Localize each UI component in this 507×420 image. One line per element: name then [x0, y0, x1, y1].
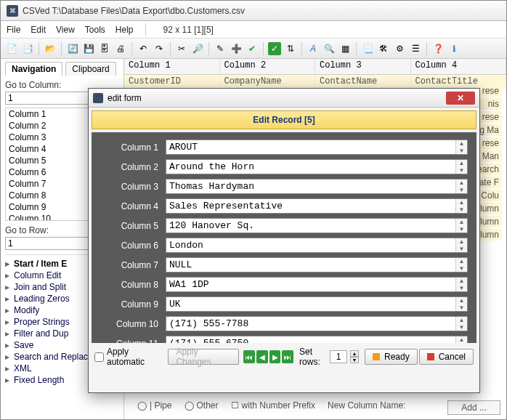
- opt-pipe[interactable]: ◯ | Pipe: [137, 400, 171, 411]
- spin-up-icon[interactable]: ▲: [456, 238, 467, 246]
- spin-down-icon[interactable]: ▼: [456, 285, 467, 292]
- apply-changes-button[interactable]: Apply Changes: [168, 349, 239, 365]
- gear-icon[interactable]: ⚙: [393, 42, 406, 55]
- spin-down-icon[interactable]: ▼: [456, 246, 467, 253]
- menu-help[interactable]: Help: [115, 25, 134, 35]
- edit-icon[interactable]: ✎: [214, 42, 227, 55]
- grid-cell[interactable]: CustomerID: [124, 75, 220, 89]
- grid-header-cell[interactable]: Column 2: [220, 59, 316, 74]
- field-spinner: ▲▼: [455, 238, 467, 252]
- field-input[interactable]: [166, 179, 455, 193]
- add-button[interactable]: Add ...: [447, 400, 500, 415]
- seek-icon[interactable]: 🔎: [191, 42, 204, 55]
- tab-clipboard[interactable]: Clipboard: [65, 62, 115, 76]
- grid-cell[interactable]: CompanyName: [220, 75, 316, 89]
- field-spinner: ▲▼: [455, 160, 467, 174]
- ok-icon[interactable]: ✓: [268, 42, 281, 55]
- menu-file[interactable]: File: [7, 25, 20, 35]
- spin-down-icon[interactable]: ▼: [456, 265, 467, 272]
- field-label: Column 4: [100, 201, 158, 211]
- spin-up-icon[interactable]: ▲: [456, 258, 467, 265]
- redo-icon[interactable]: ↷: [153, 42, 166, 55]
- field-input[interactable]: [166, 297, 455, 311]
- grid-icon[interactable]: ▦: [338, 42, 352, 55]
- setrows-down-icon[interactable]: ▼: [350, 357, 359, 363]
- spin-up-icon[interactable]: ▲: [456, 278, 467, 285]
- spin-down-icon[interactable]: ▼: [456, 206, 467, 214]
- cut-icon[interactable]: ✂: [175, 42, 188, 55]
- spin-up-icon[interactable]: ▲: [456, 199, 467, 206]
- check-icon[interactable]: ✔: [246, 42, 259, 55]
- saveall-icon[interactable]: 🗄: [98, 42, 111, 55]
- spin-down-icon[interactable]: ▼: [456, 148, 467, 155]
- field-input[interactable]: [166, 278, 455, 291]
- doc-icon[interactable]: 📃: [361, 42, 374, 55]
- menu-view[interactable]: View: [56, 25, 75, 35]
- setrows-up-icon[interactable]: ▲: [350, 350, 359, 357]
- field-input[interactable]: [166, 258, 455, 272]
- add-icon[interactable]: ➕: [230, 42, 243, 55]
- field-input[interactable]: [166, 336, 455, 343]
- cancel-button[interactable]: Cancel: [419, 349, 474, 365]
- grid-cell[interactable]: ContactName: [315, 75, 411, 89]
- nav-first-icon[interactable]: ⏮: [243, 350, 255, 363]
- spin-up-icon[interactable]: ▲: [456, 317, 467, 324]
- list-icon[interactable]: ☰: [409, 42, 422, 55]
- menu-tools[interactable]: Tools: [85, 25, 105, 35]
- opt-other[interactable]: ◯ Other: [184, 400, 219, 411]
- grid-header-cell[interactable]: Column 1: [124, 59, 220, 74]
- field-input[interactable]: [166, 219, 455, 233]
- undo-icon[interactable]: ↶: [137, 42, 150, 55]
- spin-down-icon[interactable]: ▼: [456, 187, 467, 194]
- font-icon[interactable]: A: [307, 42, 320, 55]
- setrows-input[interactable]: [330, 350, 347, 363]
- grid-header-cell[interactable]: Column 3: [315, 59, 411, 74]
- ready-button[interactable]: Ready: [365, 349, 418, 365]
- spin-up-icon[interactable]: ▲: [456, 140, 467, 148]
- spin-up-icon[interactable]: ▲: [456, 219, 467, 226]
- nav-next-icon[interactable]: ▶: [269, 350, 281, 363]
- nav-prev-icon[interactable]: ◀: [256, 350, 268, 363]
- grid-header-cell[interactable]: Column 4: [411, 59, 507, 74]
- open-icon[interactable]: 📂: [44, 42, 57, 55]
- chk-prefix[interactable]: ☐ with Number Prefix: [231, 400, 315, 411]
- spin-up-icon[interactable]: ▲: [456, 179, 467, 187]
- apply-automatic-checkbox[interactable]: [94, 352, 104, 362]
- form-row: Column 2▲▼: [100, 159, 468, 174]
- field-input[interactable]: [166, 317, 455, 331]
- help-icon[interactable]: ❓: [431, 42, 445, 55]
- main-window: ⌘ CSVed T:\Database Files\Data Export\db…: [0, 0, 507, 420]
- tab-navigation[interactable]: Navigation: [5, 62, 62, 76]
- spin-down-icon[interactable]: ▼: [456, 226, 467, 233]
- nav-last-icon[interactable]: ⏭: [282, 350, 293, 363]
- spin-down-icon[interactable]: ▼: [456, 304, 467, 312]
- field-wrapper: ▲▼: [166, 179, 468, 194]
- spin-up-icon[interactable]: ▲: [456, 336, 467, 343]
- apply-automatic-check[interactable]: Apply automatic: [94, 347, 163, 367]
- spin-down-icon[interactable]: ▼: [456, 324, 467, 331]
- tools-icon[interactable]: 🛠: [377, 42, 390, 55]
- spin-up-icon[interactable]: ▲: [456, 297, 467, 304]
- field-input[interactable]: [166, 160, 455, 174]
- dialog-titlebar[interactable]: edit form ✕: [89, 89, 479, 108]
- new-col-label: New Column Name:: [328, 400, 405, 411]
- sort-icon[interactable]: ⇅: [284, 42, 297, 55]
- print-icon[interactable]: 🖨: [114, 42, 127, 55]
- refresh-icon[interactable]: 🔄: [66, 42, 79, 55]
- zoom-icon[interactable]: 🔍: [323, 42, 336, 55]
- field-label: Column 2: [100, 162, 158, 172]
- new-icon[interactable]: 📄: [5, 42, 18, 55]
- field-input[interactable]: [166, 140, 455, 154]
- close-icon[interactable]: ✕: [446, 92, 475, 105]
- form-row: Column 1▲▼: [100, 140, 468, 155]
- copy-icon[interactable]: 📑: [21, 42, 34, 55]
- save-icon[interactable]: 💾: [82, 42, 95, 55]
- field-input[interactable]: [166, 199, 455, 213]
- menu-edit[interactable]: Edit: [31, 25, 46, 35]
- spin-down-icon[interactable]: ▼: [456, 167, 467, 174]
- field-input[interactable]: [166, 238, 455, 252]
- info-icon[interactable]: ℹ: [447, 42, 461, 55]
- spin-up-icon[interactable]: ▲: [456, 160, 467, 167]
- grid-row[interactable]: CustomerIDCompanyNameContactNameContactT…: [124, 75, 506, 89]
- form-row: Column 7▲▼: [100, 257, 468, 272]
